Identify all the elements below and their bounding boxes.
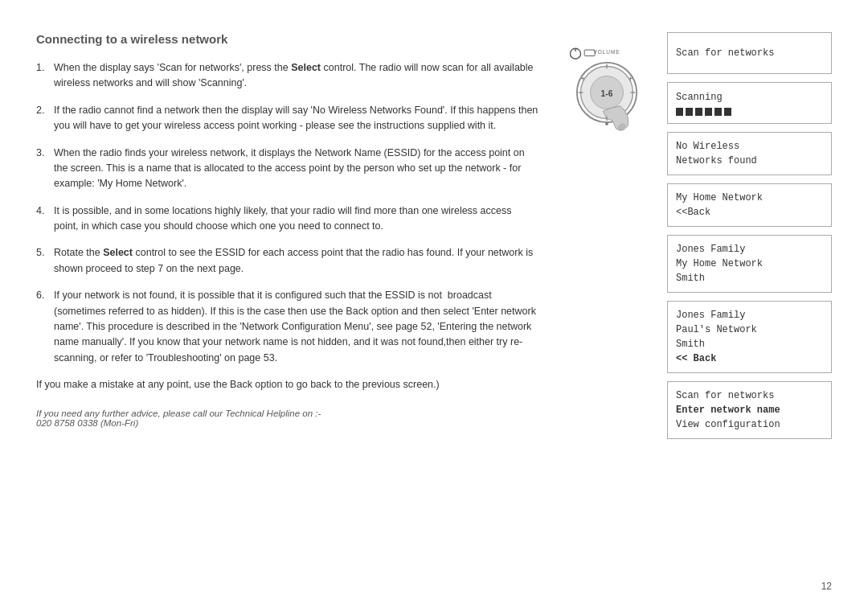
lcd-jones2-back: << Back <box>676 351 823 366</box>
lcd-scan-options: Scan for networks Enter network name Vie… <box>667 381 832 439</box>
step-5-num: 5. <box>36 245 54 277</box>
left-column: Connecting to a wireless network 1. When… <box>36 32 555 588</box>
lcd-jones2-line3: Smith <box>676 337 823 351</box>
step-1: 1. When the display says 'Scan for netwo… <box>36 60 538 92</box>
step-5-text: Rotate the Select control to see the ESS… <box>54 245 538 277</box>
footer-note: If you need any further advice, please c… <box>36 400 538 428</box>
lcd-scanning-text: Scanning <box>676 90 823 105</box>
step-3: 3. When the radio finds your wireless ne… <box>36 146 538 192</box>
page-number: 12 <box>821 581 832 592</box>
step-1-text: When the display says 'Scan for networks… <box>54 60 538 92</box>
lcd-screens-column: Scan for networks Scanning No Wireless N… <box>659 32 832 588</box>
step-4-text: It is possible, and in some locations hi… <box>54 203 538 235</box>
lcd-jones1-line3: Smith <box>676 271 823 285</box>
lcd-jones1-line2: My Home Network <box>676 257 823 271</box>
scanning-bars <box>676 108 823 116</box>
extra-paragraph: If you make a mistake at any point, use … <box>36 377 538 392</box>
step-3-text: When the radio finds your wireless netwo… <box>54 146 538 192</box>
steps-list: 1. When the display says 'Scan for netwo… <box>36 60 538 366</box>
lcd-jones1-line1: Jones Family <box>676 242 823 257</box>
lcd-options-line3: View configuration <box>676 417 823 432</box>
lcd-my-home-line1: My Home Network <box>676 191 823 205</box>
step-2-text: If the radio cannot find a network then … <box>54 103 538 134</box>
lcd-my-home-network: My Home Network <<Back <box>667 183 832 227</box>
lcd-jones2-line1: Jones Family <box>676 308 823 322</box>
step-1-num: 1. <box>36 60 54 92</box>
main-content: Connecting to a wireless network 1. When… <box>36 32 832 588</box>
scanning-bar-6 <box>724 108 731 116</box>
section-title: Connecting to a wireless network <box>36 32 538 46</box>
step-4: 4. It is possible, and in some locations… <box>36 203 538 235</box>
scanning-bar-4 <box>705 108 712 116</box>
lcd-options-line2: Enter network name <box>676 403 823 417</box>
scanning-bar-5 <box>714 108 722 116</box>
lcd-scanning: Scanning <box>667 82 832 124</box>
scanning-bar-2 <box>686 108 693 116</box>
lcd-no-wireless-line2: Networks found <box>676 154 823 168</box>
lcd-scan-line1: Scan for networks <box>676 46 823 60</box>
step-6-num: 6. <box>36 288 54 366</box>
step-2-num: 2. <box>36 103 54 134</box>
scanning-bar-3 <box>695 108 702 116</box>
lcd-jones-family-1: Jones Family My Home Network Smith <box>667 235 832 293</box>
svg-text:VOLUME: VOLUME <box>593 49 620 55</box>
footer-line2: 020 8758 0338 (Mon-Fri) <box>36 418 538 428</box>
lcd-my-home-line2: <<Back <box>676 205 823 220</box>
scanning-bar-1 <box>676 108 683 116</box>
step-2: 2. If the radio cannot find a network th… <box>36 103 538 134</box>
step-6: 6. If your network is not found, it is p… <box>36 288 538 366</box>
svg-text:1-6: 1-6 <box>601 89 613 98</box>
step-6-text: If your network is not found, it is poss… <box>54 288 538 366</box>
svg-point-15 <box>605 122 608 125</box>
step-4-num: 4. <box>36 203 54 235</box>
device-illustration-column: VOLUME + + 1-6 <box>555 32 659 588</box>
step-3-num: 3. <box>36 146 54 192</box>
step-5: 5. Rotate the Select control to see the … <box>36 245 538 277</box>
page: Connecting to a wireless network 1. When… <box>0 0 868 612</box>
lcd-jones2-line2: Paul's Network <box>676 322 823 337</box>
lcd-options-line1: Scan for networks <box>676 388 823 403</box>
device-knob-illustration: VOLUME + + 1-6 <box>559 40 655 145</box>
lcd-scan-for-networks: Scan for networks <box>667 32 832 74</box>
footer-line1: If you need any further advice, please c… <box>36 409 538 418</box>
lcd-jones-family-2: Jones Family Paul's Network Smith << Bac… <box>667 301 832 373</box>
lcd-no-wireless: No Wireless Networks found <box>667 132 832 175</box>
lcd-no-wireless-line1: No Wireless <box>676 139 823 154</box>
